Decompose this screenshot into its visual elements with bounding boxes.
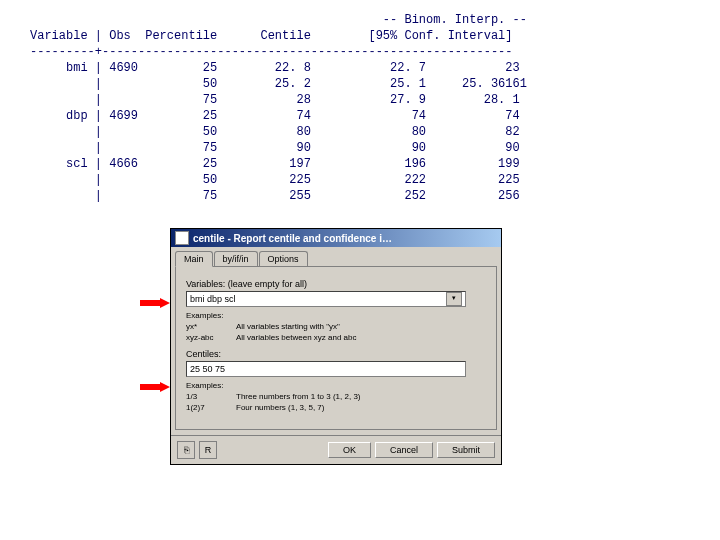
cancel-button[interactable]: Cancel xyxy=(375,442,433,458)
arrow-variables xyxy=(140,298,170,308)
centiles-value: 25 50 75 xyxy=(190,364,225,374)
centile-dialog: centile - Report centile and confidence … xyxy=(170,228,502,465)
tab-main-body: Variables: (leave empty for all) bmi dbp… xyxy=(175,266,497,430)
tab-byifin[interactable]: by/if/in xyxy=(214,251,258,267)
submit-button[interactable]: Submit xyxy=(437,442,495,458)
app-icon xyxy=(175,231,189,245)
copy-icon[interactable]: ⎘ xyxy=(177,441,195,459)
variables-input[interactable]: bmi dbp scl ▾ xyxy=(186,291,466,307)
stata-output: -- Binom. Interp. -- Variable | Obs Perc… xyxy=(30,12,527,204)
titlebar[interactable]: centile - Report centile and confidence … xyxy=(171,229,501,247)
reset-icon[interactable]: R xyxy=(199,441,217,459)
chevron-down-icon[interactable]: ▾ xyxy=(446,292,462,306)
centiles-input[interactable]: 25 50 75 xyxy=(186,361,466,377)
variables-label: Variables: (leave empty for all) xyxy=(186,279,486,289)
svg-marker-1 xyxy=(140,382,170,392)
tab-options[interactable]: Options xyxy=(259,251,308,267)
arrow-centiles xyxy=(140,382,170,392)
centiles-label: Centiles: xyxy=(186,349,486,359)
dialog-title: centile - Report centile and confidence … xyxy=(193,233,392,244)
button-bar: ⎘ R OK Cancel Submit xyxy=(171,435,501,464)
centiles-examples: Examples: 1/3Three numbers from 1 to 3 (… xyxy=(186,380,486,413)
svg-marker-0 xyxy=(140,298,170,308)
variables-examples: Examples: yx*All variables starting with… xyxy=(186,310,486,343)
variables-value: bmi dbp scl xyxy=(190,294,236,304)
ok-button[interactable]: OK xyxy=(328,442,371,458)
tabs: Main by/if/in Options xyxy=(171,247,501,267)
tab-main[interactable]: Main xyxy=(175,251,213,267)
